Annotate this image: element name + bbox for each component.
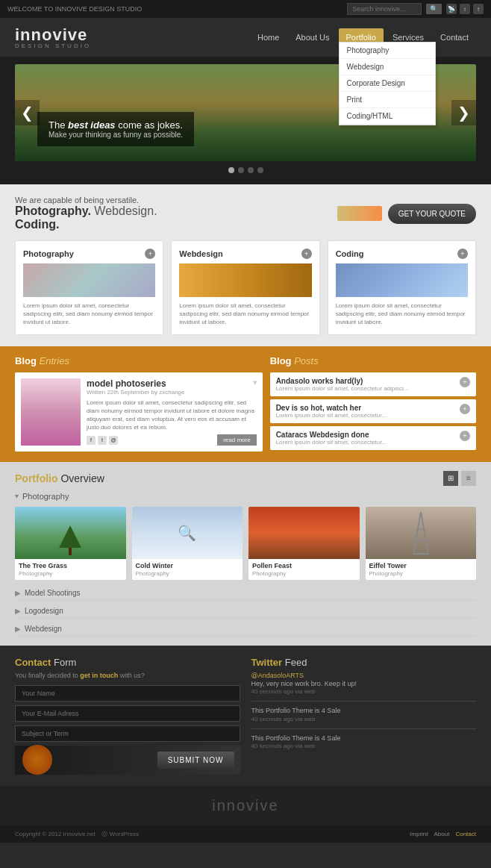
cap-card-web-text: Lorem ipsum dolor sit amet, consectetur … <box>179 302 311 327</box>
cat-chevron-model: ▶ <box>15 589 21 597</box>
portfolio-category-label: Photography <box>22 492 69 501</box>
social-icons: 📡 t f <box>446 4 484 14</box>
portfolio-item-4-title: Eiffel Tower <box>366 559 477 570</box>
rss-icon[interactable]: 📡 <box>446 4 457 14</box>
search-input[interactable] <box>347 3 422 15</box>
portfolio-item-3[interactable]: Pollen Feast Photography <box>248 507 360 580</box>
eiffel-tower-svg <box>410 511 432 555</box>
slider-dot-2[interactable] <box>238 167 244 173</box>
cap-card-web-header: Webdesign + <box>179 249 311 259</box>
blog-facebook-icon[interactable]: f <box>87 436 96 445</box>
cap-card-webdesign: Webdesign + Lorem ipsum dolor sit amet, … <box>171 240 319 335</box>
contact-subject-input[interactable] <box>15 725 240 742</box>
portfolio-item-2[interactable]: 🔍 Cold Winter Photography <box>132 507 243 580</box>
read-more-button[interactable]: read more <box>217 434 256 446</box>
nav-home[interactable]: Home <box>250 28 287 46</box>
blog-post-3-icon[interactable]: + <box>460 431 470 441</box>
portfolio-cat-logo[interactable]: ▶ Logodesign <box>15 604 476 619</box>
tree-top-icon <box>59 525 81 548</box>
cap-card-web-title: Webdesign <box>179 249 222 258</box>
slider-prev-button[interactable]: ❮ <box>15 100 40 125</box>
portfolio-item-1[interactable]: The Tree Grass Photography <box>15 507 126 580</box>
submit-button[interactable]: SUBMIT NOW <box>157 752 234 769</box>
blog-post-1-title: Andasolo works hard(ly) <box>276 377 409 385</box>
dropdown-coding[interactable]: Coding/HTML <box>340 108 435 125</box>
blog-post-3: Cataracs Webdesign done Lorem ipsum dolo… <box>270 426 476 450</box>
slider-next-button[interactable]: ❯ <box>451 100 476 125</box>
top-bar: WELCOME TO INNOVIVE DESIGN STUDIO 🔍 📡 t … <box>0 0 491 18</box>
portfolio-item-2-title: Cold Winter <box>132 559 243 570</box>
magnifier-icon: 🔍 <box>178 524 196 542</box>
twitter-text-3: This Portfolio Theme is 4 Sale <box>251 734 477 743</box>
capabilities-header: We are capable of being versatile. Photo… <box>15 196 476 231</box>
portfolio-item-2-cat: Photography <box>132 570 243 580</box>
dropdown-webdesign[interactable]: Webdesign <box>340 59 435 75</box>
cap-subtitle: We are capable of being versatile. <box>15 196 164 204</box>
twitter-feed-section: Twitter Feed @AndasoloARTS Hey, very nic… <box>251 657 477 775</box>
tower-visual <box>366 507 477 559</box>
blog-card-text: Lorem ipsum dolor sit amet, consectetur … <box>87 399 257 432</box>
get-quote-button[interactable]: GET YOUR QUOTE <box>388 204 476 224</box>
dropdown-print[interactable]: Print <box>340 92 435 108</box>
logo-sub: DESIGN STUDIO <box>15 43 91 49</box>
portfolio-dropdown: Photography Webdesign Corporate Design P… <box>339 42 436 125</box>
copyright-text: Copyright © 2012 Innovive.net <box>15 831 96 837</box>
portfolio-img-3 <box>248 507 360 559</box>
slider-text-sub: Make your thinking as funny as possible. <box>49 131 183 139</box>
dropdown-photography[interactable]: Photography <box>340 43 435 59</box>
blog-post-1-icon[interactable]: + <box>460 377 470 387</box>
wp-label: WordPress <box>110 831 139 837</box>
list-view-button[interactable]: ≡ <box>461 471 476 486</box>
slider-dot-1[interactable] <box>228 167 234 173</box>
blog-card-content: model photoseries ▾ Written 22th Septemb… <box>87 378 257 446</box>
nav-about[interactable]: About Us <box>288 28 337 46</box>
dropdown-corporate[interactable]: Corporate Design <box>340 75 435 92</box>
search-button[interactable]: 🔍 <box>426 4 442 14</box>
cap-card-code-img <box>336 263 468 297</box>
portfolio-item-4[interactable]: Eiffel Tower Photography <box>366 507 477 580</box>
blog-email-icon[interactable]: @ <box>109 436 118 445</box>
blog-twitter-icon[interactable]: t <box>98 436 107 445</box>
twitter-icon[interactable]: t <box>460 4 470 14</box>
cap-card-coding: Coding + Lorem ipsum dolor sit amet, con… <box>328 240 476 335</box>
blog-social-icons: f t @ <box>87 436 118 445</box>
copyright-bar: Copyright © 2012 Innovive.net ⓪ WordPres… <box>0 825 491 843</box>
cap-right: GET YOUR QUOTE <box>337 204 476 224</box>
twitter-post-1: @AndasoloARTS Hey, very nice work bro. K… <box>251 672 477 696</box>
twitter-text-2: This Portfolio Theme is 4 Sale <box>251 706 477 716</box>
portfolio-cat-web[interactable]: ▶ Webdesign <box>15 622 476 637</box>
slider-dot-3[interactable] <box>248 167 254 173</box>
cap-card-photo-icon[interactable]: + <box>145 249 155 259</box>
blog-post-3-text: Lorem ipsum dolor sit amet, consectetur.… <box>276 439 387 446</box>
cap-card-code-text: Lorem ipsum dolor sit amet, consectetur … <box>336 302 468 327</box>
cap-card-code-title: Coding <box>336 249 364 258</box>
cap-card-web-icon[interactable]: + <box>301 249 312 259</box>
grid-view-button[interactable]: ⊞ <box>443 471 458 486</box>
cap-card-web-img <box>179 263 311 297</box>
contact-link[interactable]: Contact <box>455 831 476 837</box>
tree-img <box>59 525 81 555</box>
blog-post-1-content: Andasolo works hard(ly) Lorem ipsum dolo… <box>276 377 409 392</box>
portfolio-category-photography[interactable]: ▾ Photography <box>15 492 476 501</box>
contact-email-input[interactable] <box>15 705 240 722</box>
cap-card-photography: Photography + Lorem ipsum dolor sit amet… <box>15 240 163 335</box>
blog-entries: Blog Entries model photoseries ▾ Written… <box>15 355 263 453</box>
slider-dot-4[interactable] <box>257 167 263 173</box>
twitter-time-1: 40 seconds ago via web <box>251 688 477 695</box>
blog-post-2-icon[interactable]: + <box>460 404 470 414</box>
about-link[interactable]: About <box>434 831 450 837</box>
blog-img-bg <box>21 378 81 446</box>
portfolio-title: Portfolio Overview <box>15 472 104 484</box>
cap-card-code-icon[interactable]: + <box>457 249 468 259</box>
cap-card-photo-header: Photography + <box>23 249 155 259</box>
imprint-link[interactable]: Imprint <box>410 831 428 837</box>
portfolio-cat-model[interactable]: ▶ Model Shootings <box>15 586 476 601</box>
contact-name-input[interactable] <box>15 685 240 702</box>
contact-form-row <box>15 685 240 746</box>
nav-contact[interactable]: Contact <box>433 28 476 46</box>
capabilities-section: We are capable of being versatile. Photo… <box>0 184 491 346</box>
contact-submit-area: SUBMIT NOW <box>15 746 240 775</box>
facebook-icon[interactable]: f <box>473 4 484 14</box>
twitter-text-1: Hey, very nice work bro. Keep it up! <box>251 679 477 689</box>
blog-posts: Blog Posts Andasolo works hard(ly) Lorem… <box>270 355 476 453</box>
